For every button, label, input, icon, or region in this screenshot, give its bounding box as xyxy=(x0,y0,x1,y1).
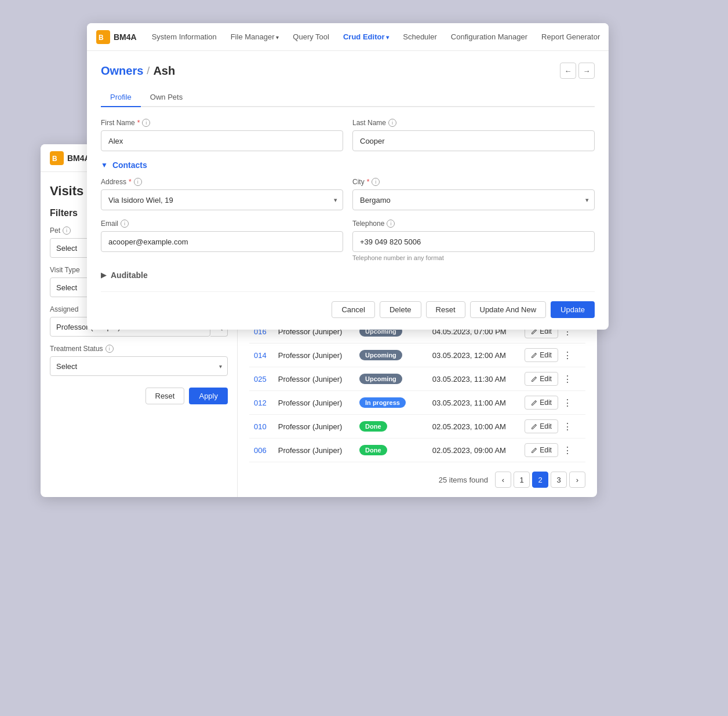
cancel-button[interactable]: Cancel xyxy=(332,301,374,318)
next-arrow[interactable]: → xyxy=(578,63,595,79)
table-row: 025 Professor (Juniper) Upcoming 03.05.2… xyxy=(249,367,585,391)
breadcrumb-ash: Ash xyxy=(153,64,175,78)
next-page-btn[interactable]: › xyxy=(569,472,585,488)
cell-actions: Edit ⋮ xyxy=(520,344,585,367)
prev-arrow[interactable]: ← xyxy=(560,63,576,79)
nav-crud-editor-1[interactable]: Crud Editor xyxy=(337,30,395,43)
auditable-chevron: ▶ xyxy=(101,271,106,279)
city-label: City * i xyxy=(352,178,595,186)
address-select-wrap: ▾ xyxy=(101,189,343,210)
cell-pet: 025 xyxy=(249,367,274,391)
cell-assigned: Professor (Juniper) xyxy=(274,344,355,367)
email-info-icon[interactable]: i xyxy=(121,220,129,228)
pagination-total: 25 items found xyxy=(439,476,488,484)
delete-button[interactable]: Delete xyxy=(380,301,421,318)
first-name-info-icon[interactable]: i xyxy=(142,119,150,127)
cell-pet: 014 xyxy=(249,344,274,367)
table-row: 010 Professor (Juniper) Done 02.05.2023,… xyxy=(249,415,585,439)
filter-reset-button[interactable]: Reset xyxy=(145,388,185,404)
more-btn[interactable]: ⋮ xyxy=(560,419,574,433)
update-button[interactable]: Update xyxy=(551,301,595,318)
first-name-label: First Name * i xyxy=(101,119,343,127)
status-badge: Upcoming xyxy=(359,374,402,384)
cell-date: 03.05.2023, 11:00 AM xyxy=(428,391,520,415)
more-btn[interactable]: ⋮ xyxy=(560,443,574,457)
city-input[interactable] xyxy=(352,189,595,210)
nav-config-1[interactable]: Configuration Manager xyxy=(445,30,533,43)
tab-own-pets[interactable]: Own Pets xyxy=(141,88,192,107)
edit-btn[interactable]: Edit xyxy=(525,396,558,410)
edit-btn[interactable]: Edit xyxy=(525,443,558,457)
cell-actions: Edit ⋮ xyxy=(520,367,585,391)
logo-1[interactable]: B BM4A xyxy=(96,30,137,44)
nav-query-tool-1[interactable]: Query Tool xyxy=(287,30,335,43)
visit-id-link[interactable]: 010 xyxy=(254,422,267,431)
page-3-btn[interactable]: 3 xyxy=(551,472,567,488)
table-row: 006 Professor (Juniper) Done 02.05.2023,… xyxy=(249,439,585,462)
logo-2[interactable]: B BM4A xyxy=(50,151,90,165)
cell-date: 02.05.2023, 09:00 AM xyxy=(428,439,520,462)
update-and-new-button[interactable]: Update And New xyxy=(470,301,547,318)
edit-btn[interactable]: Edit xyxy=(525,419,558,433)
prev-page-btn[interactable]: ‹ xyxy=(495,472,511,488)
nav-system-info-1[interactable]: System Information xyxy=(146,30,223,43)
telephone-group: Telephone i Telephone number in any form… xyxy=(352,220,595,261)
page-2-btn[interactable]: 2 xyxy=(532,472,548,488)
nav-report-1[interactable]: Report Generator xyxy=(536,30,606,43)
auditable-section[interactable]: ▶ Auditable xyxy=(101,271,595,280)
cell-pet: 010 xyxy=(249,415,274,439)
address-info-icon[interactable]: i xyxy=(134,178,142,186)
window-owners: B BM4A System Information File Manager Q… xyxy=(87,23,609,330)
more-btn[interactable]: ⋮ xyxy=(560,348,574,362)
treatment-status-info-icon[interactable]: i xyxy=(105,345,114,353)
breadcrumb-sep: / xyxy=(147,65,150,77)
nav-file-manager-1[interactable]: File Manager xyxy=(225,30,285,43)
city-info-icon[interactable]: i xyxy=(372,178,380,186)
address-input[interactable] xyxy=(101,189,343,210)
logo-icon-1: B xyxy=(96,30,110,44)
email-phone-row: Email i Telephone i Telephone number in … xyxy=(101,220,595,261)
nav-user-mgmt-1[interactable]: User Management xyxy=(608,30,609,43)
address-label: Address * i xyxy=(101,178,343,186)
visit-id-link[interactable]: 012 xyxy=(254,399,267,407)
treatment-status-select[interactable]: Select xyxy=(50,356,228,376)
table-row: 012 Professor (Juniper) In progress 03.0… xyxy=(249,391,585,415)
form-actions: Cancel Delete Reset Update And New Updat… xyxy=(101,291,595,318)
svg-text:B: B xyxy=(52,155,57,163)
cell-date: 03.05.2023, 12:00 AM xyxy=(428,344,520,367)
last-name-info-icon[interactable]: i xyxy=(388,119,396,127)
telephone-info-icon[interactable]: i xyxy=(387,220,395,228)
page-1-btn[interactable]: 1 xyxy=(514,472,530,488)
email-input[interactable] xyxy=(101,231,343,252)
more-btn[interactable]: ⋮ xyxy=(560,396,574,410)
tab-profile[interactable]: Profile xyxy=(101,88,141,107)
more-btn[interactable]: ⋮ xyxy=(560,372,574,386)
table-row: 014 Professor (Juniper) Upcoming 03.05.2… xyxy=(249,344,585,367)
breadcrumb-owners[interactable]: Owners xyxy=(101,64,143,78)
cell-actions: Edit ⋮ xyxy=(520,415,585,439)
name-row: First Name * i Last Name i xyxy=(101,119,595,151)
reset-button[interactable]: Reset xyxy=(426,301,465,318)
cell-assigned: Professor (Juniper) xyxy=(274,367,355,391)
city-select-wrap: ▾ xyxy=(352,189,595,210)
first-name-input[interactable] xyxy=(101,130,343,151)
nav-scheduler-1[interactable]: Scheduler xyxy=(397,30,443,43)
cell-status: Upcoming xyxy=(355,344,428,367)
treatment-status-filter-group: Treatment Status i Select ▾ xyxy=(50,345,228,376)
edit-btn[interactable]: Edit xyxy=(525,372,558,386)
pet-info-icon[interactable]: i xyxy=(63,227,71,235)
contacts-section[interactable]: ▼ Contacts xyxy=(101,160,595,170)
telephone-input[interactable] xyxy=(352,231,595,252)
last-name-input[interactable] xyxy=(352,130,595,151)
visit-id-link[interactable]: 014 xyxy=(254,351,267,360)
telephone-label: Telephone i xyxy=(352,220,595,228)
visit-id-link[interactable]: 025 xyxy=(254,375,267,383)
cell-status: Done xyxy=(355,415,428,439)
visit-id-link[interactable]: 006 xyxy=(254,446,267,455)
cell-assigned: Professor (Juniper) xyxy=(274,415,355,439)
tabs: Profile Own Pets xyxy=(101,88,595,107)
status-badge: Upcoming xyxy=(359,350,402,360)
filter-apply-button[interactable]: Apply xyxy=(189,388,228,404)
edit-btn[interactable]: Edit xyxy=(525,348,558,362)
cell-assigned: Professor (Juniper) xyxy=(274,391,355,415)
